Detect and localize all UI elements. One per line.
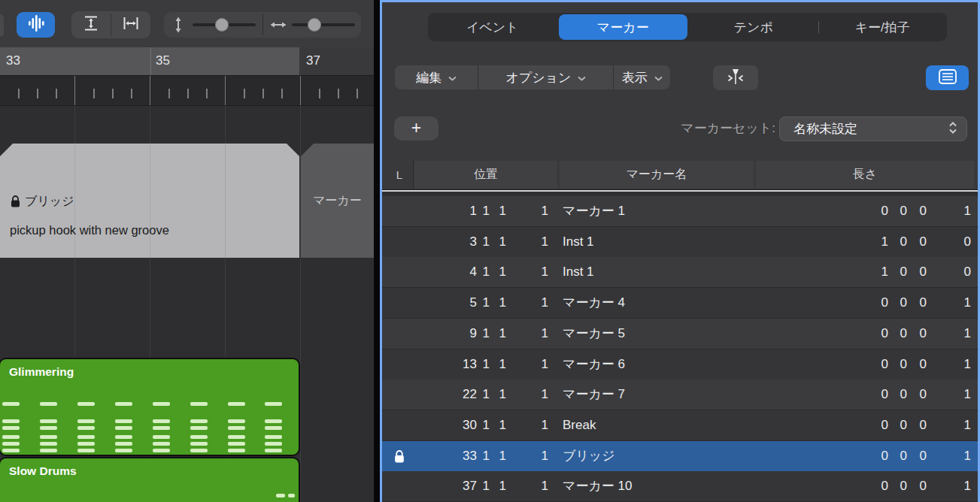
position-value[interactable]: 33: [382, 441, 477, 471]
vertical-auto-zoom-button[interactable]: [71, 11, 111, 38]
length-value[interactable]: 1: [927, 410, 971, 440]
column-header-marker-name[interactable]: マーカー名: [560, 161, 754, 189]
marker-name[interactable]: マーカー 1: [563, 196, 625, 226]
length-value[interactable]: 0: [908, 349, 927, 380]
position-value[interactable]: 1: [382, 196, 477, 226]
edit-menu-button[interactable]: 編集: [395, 65, 478, 89]
waveform-zoom-button[interactable]: [17, 12, 55, 38]
marker-row-マーカー-5[interactable]: 9111マーカー 50001: [382, 319, 978, 349]
position-value[interactable]: 1: [507, 410, 548, 440]
marker-row-inst-1[interactable]: 3111Inst 11000: [382, 227, 978, 258]
position-value[interactable]: 1: [490, 471, 506, 501]
position-value[interactable]: 1: [478, 410, 490, 440]
marker-row-マーカー-4[interactable]: 5111マーカー 40001: [382, 288, 978, 319]
length-value[interactable]: 1: [927, 319, 971, 349]
length-value[interactable]: 1: [927, 471, 971, 501]
horizontal-zoom-slider-thumb[interactable]: [308, 18, 321, 32]
position-value[interactable]: 1: [490, 196, 506, 226]
length-value[interactable]: 0: [721, 410, 888, 440]
length-value[interactable]: 0: [908, 471, 927, 501]
position-value[interactable]: 1: [507, 319, 548, 349]
marker-name[interactable]: Break: [563, 410, 596, 440]
position-value[interactable]: 30: [382, 410, 477, 440]
position-value[interactable]: 1: [478, 349, 490, 380]
position-value[interactable]: 1: [478, 257, 490, 287]
length-value[interactable]: 0: [889, 196, 907, 226]
horizontal-auto-zoom-button[interactable]: [111, 11, 150, 38]
position-value[interactable]: 1: [490, 227, 506, 257]
position-value[interactable]: 1: [490, 410, 506, 440]
bar-ruler[interactable]: 33 35 37: [0, 47, 374, 75]
marker-name[interactable]: マーカー 4: [563, 288, 625, 318]
length-value[interactable]: 0: [908, 196, 927, 226]
catch-playhead-button[interactable]: [713, 65, 758, 90]
position-value[interactable]: 1: [478, 471, 490, 501]
length-value[interactable]: 0: [889, 257, 907, 287]
position-value[interactable]: 1: [478, 319, 490, 349]
length-value[interactable]: 0: [908, 380, 927, 410]
position-value[interactable]: 1: [490, 288, 506, 318]
position-value[interactable]: 1: [507, 380, 548, 410]
horizontal-zoom-slider-track[interactable]: [292, 23, 355, 26]
length-value[interactable]: 0: [721, 319, 888, 349]
position-value[interactable]: 1: [507, 227, 548, 257]
position-value[interactable]: 1: [490, 319, 506, 349]
position-value[interactable]: 1: [490, 380, 506, 410]
marker-row-break[interactable]: 30111Break0001: [382, 410, 978, 441]
length-value[interactable]: 0: [908, 319, 927, 349]
tab-marker[interactable]: マーカー: [559, 14, 688, 40]
position-value[interactable]: 1: [478, 380, 490, 410]
position-value[interactable]: 13: [382, 349, 477, 380]
length-value[interactable]: 0: [889, 441, 907, 471]
event-list-view-button[interactable]: [926, 65, 969, 90]
length-value[interactable]: 0: [908, 441, 927, 471]
length-value[interactable]: 0: [721, 471, 888, 501]
length-value[interactable]: 0: [889, 410, 907, 440]
tab-key-signature[interactable]: キー/拍子: [818, 13, 948, 41]
position-value[interactable]: 1: [507, 349, 548, 380]
position-value[interactable]: 1: [478, 288, 490, 318]
position-value[interactable]: 1: [507, 257, 548, 287]
position-value[interactable]: 37: [382, 471, 477, 501]
marker-name[interactable]: Inst 1: [563, 227, 594, 257]
length-value[interactable]: 1: [721, 257, 888, 287]
view-menu-button[interactable]: 表示: [614, 65, 670, 89]
beat-ruler-ticks[interactable]: [0, 75, 374, 106]
marker-name[interactable]: ブリッジ: [563, 441, 615, 471]
length-value[interactable]: 0: [721, 196, 888, 226]
marker-row-マーカー-10[interactable]: 37111マーカー 100001: [382, 471, 978, 502]
position-value[interactable]: 9: [382, 319, 477, 349]
tab-event[interactable]: イベント: [428, 13, 557, 41]
marker-set-popup[interactable]: 名称未設定: [779, 116, 967, 141]
marker-name[interactable]: マーカー 10: [563, 471, 632, 501]
column-header-lock[interactable]: L: [388, 161, 411, 189]
length-value[interactable]: 1: [721, 227, 888, 257]
options-menu-button[interactable]: オプション: [478, 65, 613, 89]
length-value[interactable]: 1: [927, 380, 971, 410]
position-value[interactable]: 3: [382, 227, 477, 257]
length-value[interactable]: 0: [889, 471, 907, 501]
length-value[interactable]: 1: [927, 288, 971, 318]
length-value[interactable]: 0: [721, 380, 888, 410]
vertical-zoom-slider-thumb[interactable]: [215, 18, 229, 32]
length-value[interactable]: 0: [721, 288, 888, 318]
position-value[interactable]: 1: [478, 441, 490, 471]
marker-name[interactable]: マーカー 5: [563, 319, 625, 349]
position-value[interactable]: 1: [507, 471, 548, 501]
length-value[interactable]: 0: [889, 227, 907, 257]
marker-row-マーカー-6[interactable]: 13111マーカー 60001: [382, 349, 978, 380]
partial-toolbar-button[interactable]: [0, 14, 4, 37]
marker-region-bridge[interactable]: ブリッジ pickup hook with new groove: [0, 144, 299, 258]
position-value[interactable]: 1: [490, 349, 506, 380]
length-value[interactable]: 0: [721, 441, 888, 471]
position-value[interactable]: 1: [507, 441, 548, 471]
marker-name[interactable]: マーカー 7: [563, 380, 625, 410]
midi-region-slow-drums[interactable]: Slow Drums: [0, 458, 299, 502]
column-header-length[interactable]: 長さ: [756, 161, 974, 189]
length-value[interactable]: 0: [927, 227, 971, 257]
length-value[interactable]: 1: [927, 441, 971, 471]
marker-row-マーカー-7[interactable]: 22111マーカー 70001: [382, 380, 978, 410]
marker-name[interactable]: Inst 1: [563, 257, 594, 287]
midi-region-glimmering[interactable]: Glimmering: [0, 359, 299, 455]
position-value[interactable]: 1: [478, 196, 490, 226]
